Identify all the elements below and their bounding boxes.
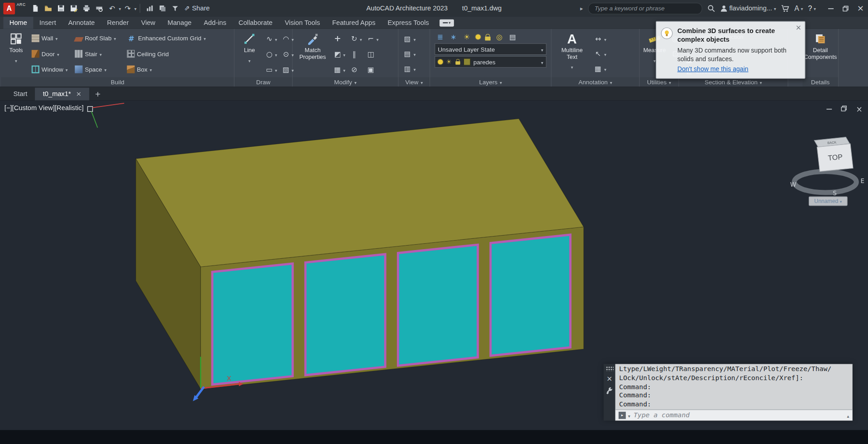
tab-featured-apps[interactable]: Featured Apps bbox=[326, 17, 382, 29]
chevron-down-icon[interactable] bbox=[204, 35, 206, 42]
viewport-controls-label[interactable]: [−][Custom View][Realistic] bbox=[5, 104, 84, 111]
enhanced-custom-grid-button[interactable]: #Enhanced Custom Grid bbox=[125, 31, 226, 46]
tab-add-ins[interactable]: Add-ins bbox=[198, 17, 233, 29]
chevron-down-icon[interactable] bbox=[66, 66, 68, 73]
stair-button[interactable]: Stair bbox=[73, 47, 124, 61]
view-panel-label[interactable]: View bbox=[399, 77, 430, 87]
chevron-down-icon[interactable] bbox=[541, 46, 543, 53]
chevron-down-icon[interactable] bbox=[604, 63, 606, 73]
view-name-button[interactable]: Unnamed bbox=[809, 197, 848, 206]
close-tab-icon[interactable] bbox=[76, 90, 81, 97]
chevron-down-icon[interactable] bbox=[105, 66, 107, 73]
tab-view[interactable]: View bbox=[135, 17, 162, 29]
chevron-down-icon[interactable] bbox=[541, 58, 543, 65]
chevron-down-icon[interactable] bbox=[377, 33, 379, 43]
tab-document[interactable]: t0_max1* bbox=[35, 88, 90, 101]
layer-lock-icon[interactable] bbox=[485, 36, 491, 40]
fillet-button[interactable] bbox=[365, 31, 380, 45]
leader-button[interactable] bbox=[591, 46, 609, 61]
new-file-button[interactable] bbox=[29, 2, 42, 14]
workspace-button[interactable] bbox=[169, 2, 181, 14]
tab-express-tools[interactable]: Express Tools bbox=[382, 17, 435, 29]
viewport-close-button[interactable] bbox=[856, 105, 862, 114]
search-input[interactable] bbox=[593, 5, 696, 12]
tab-vision-tools[interactable]: Vision Tools bbox=[279, 17, 326, 29]
chevron-down-icon[interactable] bbox=[100, 50, 102, 57]
chevron-down-icon[interactable] bbox=[15, 55, 17, 65]
space-button[interactable]: Space bbox=[73, 62, 124, 77]
detail-components-button[interactable]: Detail Components bbox=[805, 30, 836, 77]
mirror-button[interactable] bbox=[365, 47, 380, 61]
layer-state-dropdown[interactable]: Unsaved Layer State bbox=[434, 43, 546, 55]
modify-panel-label[interactable]: Modify bbox=[293, 77, 398, 87]
layer-thaw-icon[interactable] bbox=[462, 32, 471, 41]
window-3[interactable] bbox=[398, 245, 477, 366]
trim-button[interactable] bbox=[331, 47, 347, 61]
maximize-button[interactable] bbox=[838, 0, 853, 17]
chevron-down-icon[interactable] bbox=[604, 33, 606, 43]
layer-color-swatch[interactable] bbox=[463, 58, 471, 66]
tools-button[interactable]: Tools bbox=[3, 30, 29, 77]
cart-button[interactable] bbox=[781, 5, 789, 12]
viewport-config-button[interactable] bbox=[401, 31, 418, 46]
multiline-text-button[interactable]: A Multiline Text bbox=[554, 30, 591, 77]
tab-render[interactable]: Render bbox=[101, 17, 135, 29]
autodesk-app-menu[interactable]: A bbox=[794, 4, 803, 12]
wrench-icon[interactable] bbox=[606, 387, 613, 397]
window-button[interactable]: Window bbox=[30, 62, 72, 77]
compass-east[interactable]: E bbox=[861, 177, 865, 184]
account-menu[interactable]: flaviadoming... bbox=[720, 5, 776, 12]
undo-button[interactable] bbox=[106, 2, 118, 14]
door-button[interactable]: Door bbox=[30, 47, 72, 61]
print-preview-button[interactable] bbox=[93, 2, 105, 14]
chevron-up-icon[interactable] bbox=[847, 410, 849, 420]
viewport-minimize-button[interactable] bbox=[827, 106, 832, 113]
chevron-down-icon[interactable] bbox=[150, 66, 152, 73]
command-history[interactable]: Ltype/LWeight/TRansparency/MATerial/Plot… bbox=[615, 364, 853, 409]
wall-button[interactable]: Wall bbox=[30, 31, 72, 46]
erase-button[interactable] bbox=[348, 63, 363, 77]
tab-annotate[interactable]: Annotate bbox=[62, 17, 101, 29]
chevron-down-icon[interactable] bbox=[604, 48, 606, 58]
named-views-button[interactable] bbox=[401, 46, 418, 61]
rotate-button[interactable] bbox=[348, 31, 363, 45]
sheet-set-button[interactable] bbox=[157, 2, 169, 14]
redo-dropdown-icon[interactable] bbox=[134, 5, 137, 12]
current-layer-dropdown[interactable]: paredes bbox=[434, 56, 546, 68]
view-manager-button[interactable] bbox=[401, 61, 418, 76]
app-logo[interactable]: A bbox=[3, 3, 15, 14]
scale-button[interactable] bbox=[365, 63, 380, 77]
close-button[interactable] bbox=[853, 0, 868, 17]
ribbon-display-toggle[interactable] bbox=[439, 19, 454, 26]
annotation-panel-label[interactable]: Annotation bbox=[552, 77, 639, 87]
close-icon[interactable] bbox=[796, 23, 801, 31]
dimension-button[interactable] bbox=[591, 31, 609, 46]
roof-slab-button[interactable]: Roof Slab bbox=[73, 31, 124, 46]
publish-button[interactable] bbox=[144, 2, 156, 14]
move-button[interactable] bbox=[331, 31, 347, 45]
chevron-down-icon[interactable] bbox=[571, 61, 573, 71]
line-button[interactable]: Line bbox=[237, 30, 262, 77]
match-properties-button[interactable]: Match Properties bbox=[295, 30, 330, 77]
drag-handle-icon[interactable] bbox=[606, 366, 613, 371]
new-tab-button[interactable] bbox=[95, 90, 101, 98]
table-button[interactable] bbox=[591, 61, 609, 76]
help-menu[interactable]: ? bbox=[808, 4, 816, 12]
chevron-down-icon[interactable] bbox=[57, 50, 59, 57]
chevron-down-icon[interactable] bbox=[343, 64, 345, 74]
chevron-down-icon[interactable] bbox=[414, 48, 416, 58]
viewport-restore-button[interactable] bbox=[841, 106, 847, 113]
array-button[interactable] bbox=[331, 63, 347, 77]
expand-icon[interactable] bbox=[580, 5, 583, 11]
minimize-button[interactable] bbox=[823, 0, 838, 17]
search-button[interactable] bbox=[707, 5, 715, 12]
chevron-down-icon[interactable] bbox=[343, 49, 345, 59]
drawing-viewport[interactable]: X W S E BACK TOP [−][Custom bbox=[0, 101, 868, 430]
chevron-down-icon[interactable] bbox=[275, 64, 277, 74]
layer-properties-icon[interactable] bbox=[436, 32, 445, 41]
box-button[interactable]: Box bbox=[125, 62, 226, 77]
share-button[interactable]: Share bbox=[184, 5, 210, 12]
details-panel-label[interactable]: Details bbox=[803, 77, 838, 87]
chevron-down-icon[interactable] bbox=[275, 33, 277, 43]
circle-button[interactable] bbox=[263, 47, 279, 61]
